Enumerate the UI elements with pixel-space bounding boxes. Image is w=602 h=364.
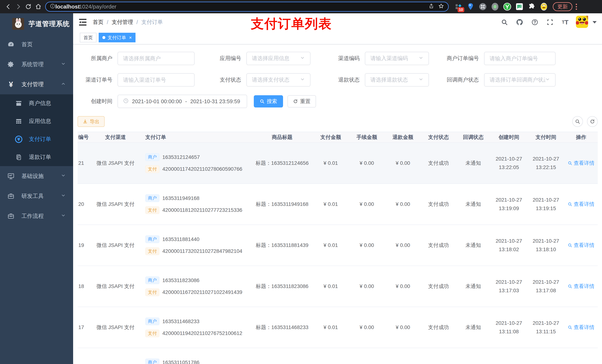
cell-id: 18 — [77, 283, 94, 289]
cell-title: 标题：1635311881439 — [252, 242, 313, 249]
view-detail-link[interactable]: 查看详情 — [568, 201, 594, 208]
create-time-range-picker[interactable]: 2021-10-01 00:00:00 - 2021-10-31 23:59:5… — [118, 95, 247, 108]
command-extension-icon[interactable] — [479, 3, 487, 11]
merchant-tag: 商户 — [145, 359, 159, 364]
sidebar-item-merchant-info[interactable]: 商户信息 — [0, 94, 73, 112]
filter-row-1: 所属商户 应用编号 请选择应用信息 渠道编码 请输入渠道编码 — [77, 52, 598, 65]
github-icon[interactable] — [515, 18, 524, 27]
sidebar-item-app-info[interactable]: 应用信息 — [0, 112, 73, 130]
toggle-search-button[interactable] — [572, 116, 583, 127]
info-icon[interactable] — [50, 3, 55, 10]
gear-icon — [7, 61, 15, 68]
cell-title: 标题：1635311823086 — [252, 283, 313, 290]
pin-extension-icon[interactable] — [466, 3, 475, 11]
app-logo[interactable]: 芋道管理系统 — [0, 13, 73, 34]
pay-status-select[interactable]: 请选择支付状态 — [246, 73, 311, 87]
cell-refund: ¥ 0.00 — [385, 324, 421, 330]
sidebar-item-label: 商户信息 — [29, 100, 51, 107]
table-row[interactable]: 21 微信 JSAPI 支付 商户 1635312124657 支付 42000… — [77, 143, 598, 184]
share-icon[interactable] — [429, 3, 434, 10]
sidebar-item-label: 基础设施 — [22, 172, 44, 180]
reload-icon[interactable] — [23, 2, 33, 12]
view-detail-link[interactable]: 查看详情 — [568, 242, 594, 249]
sidebar-item-infrastructure[interactable]: 基础设施 — [0, 166, 73, 186]
sidebar-item-label: 应用信息 — [29, 117, 51, 125]
table-row[interactable]: 19 微信 JSAPI 支付 商户 1635311881440 支付 42000… — [77, 225, 598, 266]
channel-order-input[interactable] — [118, 73, 194, 87]
col-header-created: 创建时间 — [490, 134, 527, 141]
merchant-input[interactable] — [118, 52, 194, 65]
channel-code-select[interactable]: 请输入渠道编码 — [365, 52, 429, 65]
sidebar-item-workflow[interactable]: 工作流程 — [0, 206, 73, 226]
sidebar-item-refund-order[interactable]: 退款订单 — [0, 148, 73, 166]
view-detail-link[interactable]: 查看详情 — [568, 283, 594, 290]
vue-devtools-icon[interactable] — [503, 3, 511, 11]
emoji-extension-icon[interactable] — [540, 3, 548, 11]
app-select[interactable]: 请选择应用信息 — [246, 52, 311, 65]
cell-title: 标题：1635311949168 — [252, 201, 313, 208]
search-button[interactable]: 搜索 — [254, 95, 283, 107]
table-row[interactable]: 20 微信 JSAPI 支付 商户 1635311949168 支付 42000… — [77, 184, 598, 225]
table-row[interactable]: 17 微信 JSAPI 支付 商户 1635311468233 支付 42000… — [77, 307, 598, 348]
chat-extension-icon[interactable] — [515, 3, 524, 11]
sidebar-item-payment[interactable]: ¥ 支付管理 — [0, 74, 73, 94]
cell-notify: 未通知 — [456, 242, 490, 249]
cell-notify: 未通知 — [456, 324, 490, 331]
cell-title: 标题：1635312124656 — [252, 160, 313, 167]
sidebar-item-label: 工作流程 — [22, 212, 44, 220]
refresh-table-button[interactable] — [587, 116, 598, 127]
cell-channel: 微信 JSAPI 支付 — [94, 242, 137, 249]
view-detail-link[interactable]: 查看详情 — [568, 160, 594, 167]
reset-button[interactable]: 重置 — [288, 95, 316, 107]
merchant-tag: 商户 — [145, 235, 159, 243]
help-icon[interactable] — [530, 18, 539, 27]
sidebar-collapse-icon[interactable] — [79, 19, 87, 26]
cell-refund: ¥ 0.00 — [385, 242, 421, 248]
table-row[interactable]: 商户 1635311051786 支付 查看详情 — [77, 348, 598, 364]
tab-home[interactable]: 首页 — [80, 33, 97, 42]
update-button[interactable]: 更新 — [553, 2, 572, 11]
app-title: 芋道管理系统 — [29, 20, 70, 29]
back-icon[interactable] — [3, 2, 13, 12]
forward-icon[interactable] — [13, 2, 23, 12]
col-header-amount: 支付金额 — [313, 134, 349, 141]
sidebar-item-label: 系统管理 — [22, 61, 44, 68]
avatar-caret-icon[interactable] — [592, 21, 597, 23]
refresh-icon — [293, 99, 298, 104]
chevron-down-icon — [300, 77, 305, 83]
avatar[interactable] — [576, 16, 588, 29]
sidebar: 芋道管理系统 首页 系统管理 ¥ 支付管理 — [0, 13, 73, 364]
col-header-status: 支付状态 — [421, 134, 456, 141]
refund-status-select[interactable]: 请选择退款状态 — [365, 73, 429, 87]
page-header: 首页 / 支付管理 / 支付订单 支付订单列表 — [73, 13, 602, 31]
puzzle-extensions-icon[interactable] — [527, 3, 536, 11]
home-icon[interactable] — [33, 2, 43, 12]
paid-date: 2021-10-27 — [533, 196, 559, 204]
search-icon[interactable] — [500, 18, 509, 27]
merchant-order-input[interactable] — [484, 52, 556, 65]
tab-pay-order[interactable]: 支付订单 × — [99, 33, 136, 42]
tab-close-icon[interactable]: × — [129, 35, 132, 40]
notify-status-select[interactable]: 请选择订单回调商户状态 — [484, 73, 556, 87]
export-button[interactable]: 导出 — [77, 116, 105, 127]
bookmark-star-icon[interactable] — [438, 3, 444, 10]
font-size-icon[interactable]: TT — [561, 18, 570, 27]
filter-row-2: 渠道订单号 支付状态 请选择支付状态 退款状态 请选择退款状态 — [77, 73, 598, 87]
browser-menu-icon[interactable] — [576, 4, 577, 10]
merchant-tag: 商户 — [145, 277, 159, 284]
sidebar-item-pay-order[interactable]: ¥ 支付订单 — [0, 130, 73, 148]
breadcrumb-separator: / — [107, 19, 108, 25]
merchant-tag: 商户 — [145, 318, 159, 325]
sidebar-item-devtools[interactable]: 研发工具 — [0, 186, 73, 206]
cell-channel: 微信 JSAPI 支付 — [94, 160, 137, 167]
url-bar[interactable]: localhost:1024/pay/order — [45, 2, 449, 12]
sidebar-item-home[interactable]: 首页 — [0, 34, 73, 54]
breadcrumb-payment[interactable]: 支付管理 — [112, 19, 133, 26]
breadcrumb-home[interactable]: 首页 — [93, 19, 104, 26]
table-row[interactable]: 18 微信 JSAPI 支付 商户 1635311823086 支付 42000… — [77, 266, 598, 307]
view-detail-link[interactable]: 查看详情 — [568, 324, 594, 331]
extension-grid-icon[interactable]: 10 — [454, 3, 462, 11]
sidebar-item-system[interactable]: 系统管理 — [0, 54, 73, 74]
dot-extension-icon[interactable] — [491, 3, 499, 11]
fullscreen-icon[interactable] — [546, 18, 554, 27]
